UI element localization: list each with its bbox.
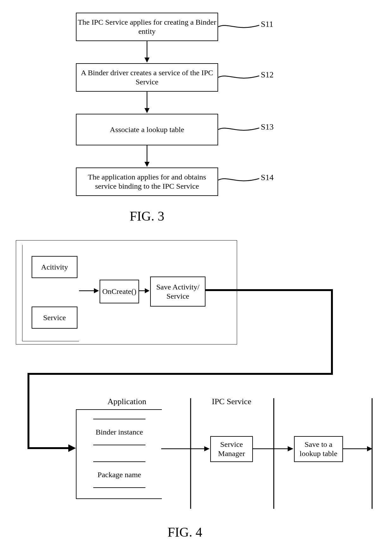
fig4-vline-3 bbox=[371, 398, 373, 509]
fig3-s14-label: S14 bbox=[261, 173, 273, 182]
fig4-package-name-box: Package name bbox=[93, 461, 145, 488]
fig3-step3-text: Associate a lookup table bbox=[110, 125, 184, 134]
fig3-caption: FIG. 3 bbox=[130, 209, 164, 224]
fig3-s14-connector bbox=[218, 177, 259, 190]
fig4-caption: FIG. 4 bbox=[168, 525, 202, 540]
svg-marker-15 bbox=[288, 446, 293, 451]
svg-marker-10 bbox=[68, 444, 76, 452]
fig3-s12-label: S12 bbox=[261, 70, 273, 80]
fig3-s12-connector bbox=[218, 74, 259, 87]
svg-marker-3 bbox=[144, 108, 150, 113]
fig3-s13-label: S13 bbox=[261, 122, 273, 132]
fig4-service-manager-text: Service Manager bbox=[212, 440, 251, 458]
fig3-step3-box: Associate a lookup table bbox=[76, 114, 218, 145]
fig4-arrow-lookup-right bbox=[343, 446, 373, 452]
fig3-s11-connector bbox=[218, 24, 259, 36]
fig4-vline-1 bbox=[190, 398, 191, 509]
fig4-binder-instance-text: Binder instance bbox=[96, 428, 143, 436]
fig3-arrow-3-4 bbox=[144, 145, 150, 167]
fig3-s11-label: S11 bbox=[261, 20, 273, 29]
fig4-application-heading: Application bbox=[107, 397, 146, 406]
fig4-ipc-heading: IPC Service bbox=[212, 397, 251, 406]
fig3-arrow-1-2 bbox=[144, 41, 150, 63]
fig3-step1-box: The IPC Service applies for creating a B… bbox=[76, 13, 218, 41]
fig4-service-manager-box: Service Manager bbox=[210, 436, 253, 462]
svg-marker-13 bbox=[204, 446, 210, 451]
fig3-step2-text: A Binder driver creates a service of the… bbox=[78, 68, 216, 87]
fig4-lookup-text: Save to a lookup table bbox=[296, 440, 341, 458]
fig4-vline-2 bbox=[273, 398, 274, 509]
fig4-arrow-app-sm bbox=[161, 446, 210, 452]
fig3-step4-text: The application applies for and obtains … bbox=[78, 173, 216, 191]
fig4-activity-box: Acitivity bbox=[32, 256, 77, 278]
fig3-arrow-2-3 bbox=[144, 92, 150, 114]
svg-marker-1 bbox=[144, 58, 150, 63]
fig4-binder-instance-box: Binder instance bbox=[93, 419, 145, 445]
svg-marker-19 bbox=[367, 446, 372, 451]
fig3-step4-box: The application applies for and obtains … bbox=[76, 167, 218, 196]
fig4-activity-text: Acitivity bbox=[41, 263, 68, 272]
fig3-s13-connector bbox=[218, 126, 259, 139]
fig4-package-name-text: Package name bbox=[98, 471, 141, 479]
fig3-step2-box: A Binder driver creates a service of the… bbox=[76, 63, 218, 92]
fig3-step1-text: The IPC Service applies for creating a B… bbox=[78, 18, 216, 36]
fig4-lookup-box: Save to a lookup table bbox=[294, 436, 343, 462]
svg-marker-5 bbox=[144, 162, 150, 167]
